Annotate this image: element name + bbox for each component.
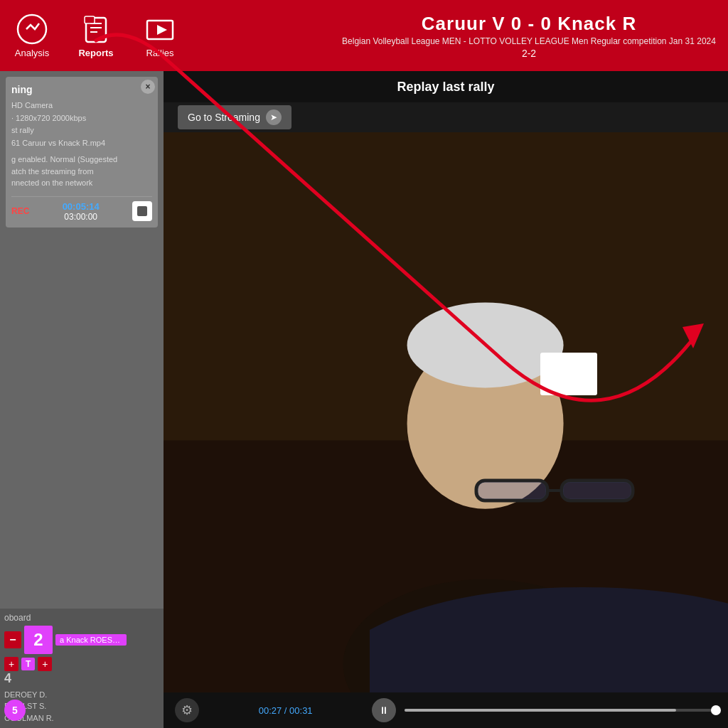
rec-times: 00:05:14 03:00:00 xyxy=(63,201,100,222)
five-badge: 5 xyxy=(4,700,26,721)
streaming-panel-title: ning xyxy=(11,84,152,95)
settings-icon: ⚙ xyxy=(181,702,193,718)
score-set: 2-2 xyxy=(522,48,536,59)
score-plus-small-2[interactable]: + xyxy=(38,657,52,671)
player-list: DEROEY D. D'HULST S. COOLMAN R. xyxy=(4,689,159,724)
player-1: DEROEY D. xyxy=(4,689,159,701)
score-area: Caruur V 0 - 0 Knack R Belgian Volleybal… xyxy=(330,0,728,71)
top-nav: Analysis Reports Rallies Caruur V 0 - 0 … xyxy=(0,0,728,71)
nav-item-rallies[interactable]: Rallies xyxy=(128,6,192,65)
team-name-badge: a Knack ROESELA xyxy=(55,634,127,646)
score-minus-button[interactable]: − xyxy=(4,631,21,648)
rallies-icon xyxy=(144,14,176,45)
svg-rect-16 xyxy=(478,482,546,499)
pause-icon: ⏸ xyxy=(379,705,389,716)
streaming-line-2: · 1280x720 2000kbps xyxy=(11,112,152,125)
main-layout: × ning HD Camera · 1280x720 2000kbps st … xyxy=(0,71,728,728)
video-background xyxy=(164,132,728,692)
rec-time-elapsed: 00:05:14 xyxy=(63,201,100,212)
streaming-close-button[interactable]: × xyxy=(141,80,155,94)
pause-button[interactable]: ⏸ xyxy=(372,698,396,722)
reports-icon xyxy=(80,14,112,45)
streaming-warn: g enabled. Normal (Suggestedatch the str… xyxy=(11,154,152,189)
score-subtitle: Belgian Volleyball League MEN - LOTTO VO… xyxy=(342,36,716,46)
streaming-line-1: HD Camera xyxy=(11,100,152,112)
player-3: COOLMAN R. xyxy=(4,712,159,724)
score-number: 2 xyxy=(24,626,53,654)
progress-bar[interactable] xyxy=(405,709,717,712)
stop-recording-button[interactable] xyxy=(132,201,152,221)
replay-title: Replay last rally xyxy=(397,80,494,95)
score-num-small: 4 xyxy=(4,671,159,686)
scoreboard-title: oboard xyxy=(4,613,159,623)
svg-rect-18 xyxy=(540,353,597,395)
go-streaming-button[interactable]: Go to Streaming ➤ xyxy=(178,105,291,129)
svg-rect-17 xyxy=(563,482,631,499)
video-controls: ⚙ 00:27 / 00:31 ⏸ xyxy=(164,692,728,728)
video-area xyxy=(164,132,728,692)
left-panel: × ning HD Camera · 1280x720 2000kbps st … xyxy=(0,71,164,728)
score-plus-small[interactable]: + xyxy=(4,657,18,671)
scoreboard-area: oboard − 2 a Knack ROESELA + T + 4 DEROE… xyxy=(0,609,164,729)
score-row2: + T + xyxy=(4,657,159,671)
score-title: Caruur V 0 - 0 Knack R xyxy=(422,13,636,35)
streaming-line-4: 61 Caruur vs Knack R.mp4 xyxy=(11,137,152,150)
rec-label: REC xyxy=(11,206,29,216)
streaming-line-3: st rally xyxy=(11,124,152,137)
progress-fill xyxy=(405,709,676,712)
progress-thumb xyxy=(711,705,721,715)
time-display: 00:27 / 00:31 xyxy=(208,705,363,716)
rec-time-duration: 03:00:00 xyxy=(64,212,97,222)
stop-icon xyxy=(137,206,147,216)
svg-rect-5 xyxy=(85,16,95,23)
svg-point-0 xyxy=(18,15,46,43)
stream-btn-bar: Go to Streaming ➤ xyxy=(164,102,728,132)
t-badge: T xyxy=(21,658,35,670)
svg-point-12 xyxy=(407,302,564,387)
main-content: Replay last rally Go to Streaming ➤ xyxy=(164,71,728,728)
replay-header: Replay last rally xyxy=(164,71,728,102)
svg-marker-7 xyxy=(157,25,167,35)
nav-items: Analysis Reports Rallies xyxy=(0,6,192,65)
rec-area: REC 00:05:14 03:00:00 xyxy=(11,196,152,222)
analysis-icon xyxy=(16,14,48,45)
player-2: D'HULST S. xyxy=(4,700,159,712)
nav-item-reports[interactable]: Reports xyxy=(64,6,128,65)
score-row: − 2 a Knack ROESELA xyxy=(4,626,159,654)
settings-button[interactable]: ⚙ xyxy=(175,698,199,722)
nav-item-analysis[interactable]: Analysis xyxy=(0,6,64,65)
streaming-panel: × ning HD Camera · 1280x720 2000kbps st … xyxy=(6,77,158,228)
go-streaming-arrow-icon: ➤ xyxy=(266,109,282,125)
